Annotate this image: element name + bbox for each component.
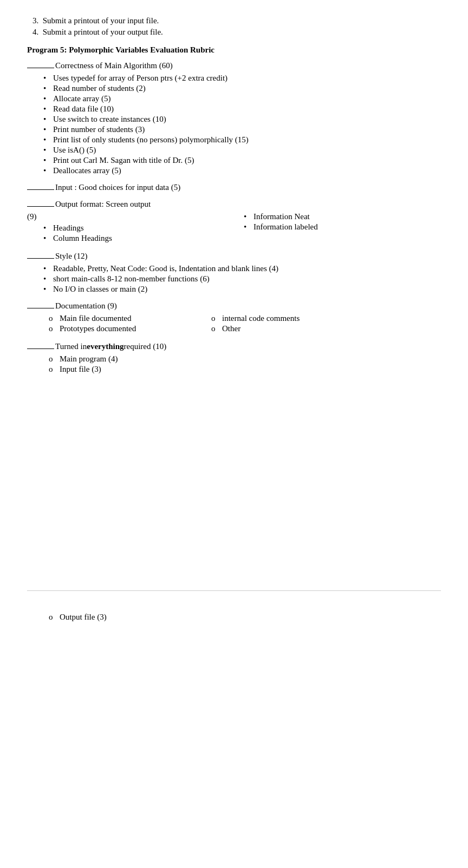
list-item: Main file documented <box>49 314 190 323</box>
list-item: Use isA() (5) <box>43 146 441 155</box>
documentation-two-col: Main file documented Prototypes document… <box>27 314 441 334</box>
list-item: Input file (3) <box>49 365 441 374</box>
list-item: Information Neat <box>244 212 441 221</box>
list-item: short main-calls 8-12 non-member functio… <box>43 274 441 284</box>
output-file-item: Output file (3) <box>27 613 441 622</box>
list-item: Print number of students (3) <box>43 125 441 134</box>
correctness-section: Correctness of Main Algorithm (60) Uses … <box>27 61 441 175</box>
list-item: Other <box>211 324 441 333</box>
intro-item-4: 4. Submit a printout of your output file… <box>27 28 441 37</box>
list-item: Print list of only students (no persons)… <box>43 135 441 144</box>
intro-item-3: 3. Submit a printout of your input file. <box>27 16 441 25</box>
documentation-left-list: Main file documented Prototypes document… <box>49 314 190 333</box>
documentation-left-col: Main file documented Prototypes document… <box>27 314 190 334</box>
style-blank <box>27 258 54 259</box>
turned-in-section: Turned in everything required (10) Main … <box>27 342 441 374</box>
documentation-header: Documentation (9) <box>27 301 441 311</box>
list-item: Readable, Pretty, Neat Code: Good is, In… <box>43 264 441 273</box>
output-left-col: (9) Headings Column Headings <box>27 212 233 244</box>
list-item: Prototypes documented <box>49 324 190 333</box>
correctness-blank <box>27 68 54 68</box>
output-right-list: Information Neat Information labeled <box>244 212 441 232</box>
documentation-blank <box>27 308 54 308</box>
turned-in-blank <box>27 348 54 349</box>
turned-in-list: Main program (4) Input file (3) <box>49 354 441 374</box>
output-right-col: Information Neat Information labeled <box>233 212 441 233</box>
input-blank <box>27 189 54 190</box>
style-header: Style (12) <box>27 252 441 261</box>
intro-numbered-list: 3. Submit a printout of your input file.… <box>27 16 441 37</box>
style-section: Style (12) Readable, Pretty, Neat Code: … <box>27 252 441 294</box>
documentation-section: Documentation (9) Main file documented P… <box>27 301 441 334</box>
input-section: Input : Good choices for input data (5) <box>27 183 441 192</box>
list-item: Main program (4) <box>49 354 441 364</box>
output-section: Output format: Screen output (9) Heading… <box>27 200 441 244</box>
list-item: No I/O in classes or main (2) <box>43 285 441 294</box>
documentation-right-col: internal code comments Other <box>190 314 441 334</box>
output-blank <box>27 206 54 207</box>
documentation-right-list: internal code comments Other <box>211 314 441 333</box>
list-item: Read number of students (2) <box>43 84 441 93</box>
list-item: Information labeled <box>244 222 441 232</box>
style-list: Readable, Pretty, Neat Code: Good is, In… <box>43 264 441 294</box>
list-item: Deallocates array (5) <box>43 166 441 175</box>
correctness-list: Uses typedef for array of Person ptrs (+… <box>43 74 441 175</box>
input-header: Input : Good choices for input data (5) <box>27 183 441 192</box>
list-item: Headings <box>43 223 233 233</box>
correctness-header: Correctness of Main Algorithm (60) <box>27 61 441 70</box>
page-break-section: Output file (3) <box>27 590 441 622</box>
list-item: Uses typedef for array of Person ptrs (+… <box>43 74 441 83</box>
rubric-title: Program 5: Polymorphic Variables Evaluat… <box>27 45 441 55</box>
list-item: internal code comments <box>211 314 441 323</box>
output-header: Output format: Screen output <box>27 200 441 209</box>
list-item: Use switch to create instances (10) <box>43 115 441 124</box>
output-paren-note: (9) <box>27 212 233 221</box>
output-two-column: (9) Headings Column Headings Information… <box>27 212 441 244</box>
list-item: Output file (3) <box>49 613 441 622</box>
page-container: 3. Submit a printout of your input file.… <box>0 0 468 639</box>
list-item: Allocate array (5) <box>43 94 441 103</box>
output-left-list: Headings Column Headings <box>43 223 233 243</box>
turned-in-header: Turned in everything required (10) <box>27 342 441 351</box>
list-item: Read data file (10) <box>43 104 441 114</box>
list-item: Print out Carl M. Sagan with title of Dr… <box>43 156 441 165</box>
output-file-list: Output file (3) <box>49 613 441 622</box>
list-item: Column Headings <box>43 234 233 243</box>
turned-in-bold: everything <box>87 342 123 351</box>
